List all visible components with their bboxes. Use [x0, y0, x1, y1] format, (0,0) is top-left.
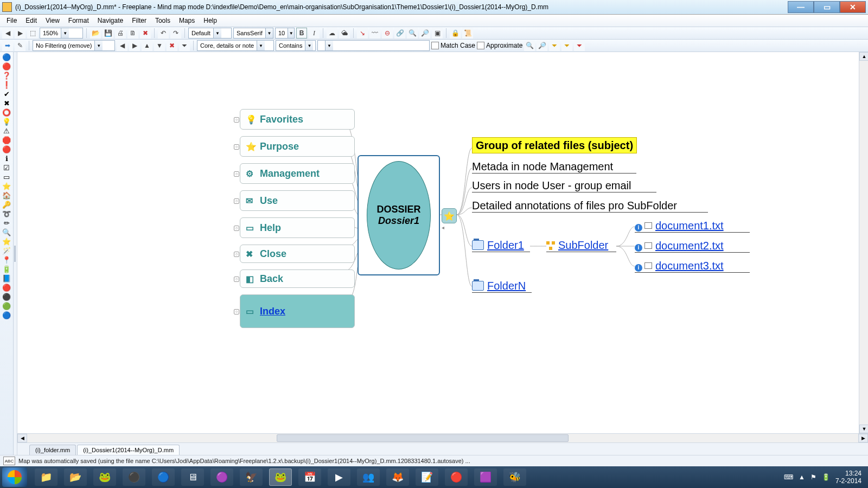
collapse-handle-icon[interactable]: ◂ — [442, 224, 444, 230]
toggle-handle-icon[interactable]: ○ — [234, 277, 239, 282]
bold-icon[interactable]: B — [296, 28, 307, 38]
toggle-handle-icon[interactable]: ○ — [234, 117, 239, 123]
taskbar-app-6[interactable]: 🟣 — [210, 468, 233, 486]
left-node-use[interactable]: ○✉Use — [240, 190, 355, 211]
sidebar-icon-26[interactable]: ⚫ — [2, 293, 11, 301]
link-icon[interactable]: 🔗 — [394, 28, 405, 38]
fit-page-icon[interactable]: ▣ — [432, 28, 443, 38]
tray-keyboard-icon[interactable]: ⌨ — [784, 473, 793, 481]
italic-icon[interactable]: I — [309, 28, 320, 38]
sidebar-icon-22[interactable]: 📍 — [2, 256, 11, 265]
menu-filter[interactable]: Filter — [127, 16, 151, 25]
sidebar-icon-23[interactable]: 🔋 — [2, 265, 11, 274]
font-size-combo[interactable]: 10▼ — [275, 28, 295, 38]
filter-funnel-icon[interactable]: ⏷ — [179, 40, 190, 51]
sidebar-icon-5[interactable]: ✖ — [2, 99, 11, 108]
node-foldern[interactable]: FolderN — [472, 280, 532, 293]
tab-folder[interactable]: (i)_folder.mm — [29, 445, 76, 455]
taskbar-app-8[interactable]: 🐸 — [269, 468, 292, 486]
node-subfolder[interactable]: SubFolder — [546, 239, 616, 252]
tab-dossier[interactable]: (i)_Dossier1(2014--MyOrg)_D.mm — [77, 445, 180, 455]
filter-mode-combo[interactable]: No Filtering (remove)▼ — [33, 40, 115, 51]
left-node-index[interactable]: ○▭Index — [240, 294, 355, 328]
new-map-icon[interactable]: 🗎 — [127, 28, 138, 38]
filter-down-icon[interactable]: ▼ — [154, 40, 165, 51]
find-prev-icon[interactable]: 🔍 — [524, 40, 535, 51]
node-folder1[interactable]: Folder1 — [472, 239, 530, 252]
document3-link[interactable]: document3.txt — [655, 260, 724, 272]
menu-tools[interactable]: Tools — [151, 16, 175, 25]
tray-chevron-up-icon[interactable]: ▲ — [799, 473, 805, 481]
taskbar-app-4[interactable]: 🔵 — [152, 468, 175, 486]
filter-scope-combo[interactable]: Core, details or note▼ — [197, 40, 274, 51]
taskbar-clock[interactable]: 13:24 7-2-2014 — [835, 470, 861, 485]
document1-link[interactable]: document1.txt — [655, 220, 724, 232]
maximize-button[interactable]: ▭ — [814, 1, 840, 13]
splitter[interactable] — [14, 52, 17, 455]
menu-edit[interactable]: Edit — [21, 16, 41, 25]
node-document1[interactable]: idocument1.txt — [635, 220, 750, 233]
paragraph-style-combo[interactable]: Default▼ — [188, 28, 232, 38]
sidebar-icon-2[interactable]: ❓ — [2, 72, 11, 80]
filter-apply-icon[interactable]: ➡ — [2, 40, 13, 51]
sidebar-icon-11[interactable]: ℹ — [2, 155, 11, 163]
sidebar-icon-6[interactable]: ⭕ — [2, 108, 11, 117]
sidebar-icon-21[interactable]: 🪄 — [2, 247, 11, 255]
menu-help[interactable]: Help — [199, 16, 221, 25]
font-family-combo[interactable]: SansSerif▼ — [233, 28, 273, 38]
zoom-in-icon[interactable]: 🔍 — [407, 28, 418, 38]
start-button[interactable] — [2, 467, 27, 487]
sidebar-icon-28[interactable]: 🔵 — [2, 311, 11, 320]
cloud-icon[interactable]: ☁ — [327, 28, 337, 38]
vertical-scrollbar[interactable]: ▲▼ — [859, 52, 868, 433]
filter-up-icon[interactable]: ▲ — [142, 40, 152, 51]
document2-link[interactable]: document2.txt — [655, 240, 724, 252]
menu-navigate[interactable]: Navigate — [93, 16, 127, 25]
tray-battery-icon[interactable]: 🔋 — [822, 473, 830, 481]
sidebar-icon-1[interactable]: 🔴 — [2, 62, 11, 71]
tray-flag-icon[interactable]: ⚑ — [810, 473, 816, 481]
menu-view[interactable]: View — [41, 16, 64, 25]
mindmap-canvas[interactable]: ○💡Favorites○⭐Purpose○⚙Management○✉Use○▭H… — [17, 52, 859, 433]
sidebar-icon-18[interactable]: ✏ — [2, 219, 11, 228]
approximate-checkbox[interactable]: Approximate — [477, 42, 522, 49]
sidebar-icon-17[interactable]: ➰ — [2, 210, 11, 219]
sidebar-icon-9[interactable]: 🛑 — [2, 136, 11, 145]
sidebar-icon-25[interactable]: 🔴 — [2, 284, 11, 292]
select-all-icon[interactable]: ⏷ — [549, 40, 560, 51]
left-node-help[interactable]: ○▭Help — [240, 217, 355, 238]
taskbar-app-3[interactable]: ⚫ — [123, 468, 145, 486]
deselect-icon[interactable]: ⏷ — [574, 40, 585, 51]
root-node[interactable]: DOSSIER Dossier1 — [358, 155, 440, 275]
sidebar-icon-0[interactable]: 🔵 — [2, 53, 11, 62]
spellcheck-icon[interactable]: ABC — [3, 457, 15, 465]
edge-style-icon[interactable]: ↘ — [357, 28, 368, 38]
sidebar-icon-8[interactable]: ⚠ — [2, 127, 11, 136]
taskbar-app-12[interactable]: 🦊 — [386, 468, 409, 486]
menu-format[interactable]: Format — [64, 16, 93, 25]
left-node-close[interactable]: ○✖Close — [240, 245, 355, 263]
nav-home-icon[interactable]: ⬚ — [27, 28, 38, 38]
undo-icon[interactable]: ↶ — [158, 28, 169, 38]
taskbar-app-1[interactable]: 📂 — [64, 468, 87, 486]
menu-maps[interactable]: Maps — [175, 16, 199, 25]
node-document3[interactable]: idocument3.txt — [635, 260, 750, 273]
sidebar-icon-10[interactable]: 🔴 — [2, 145, 11, 154]
sidebar-icon-15[interactable]: 🏠 — [2, 191, 11, 200]
star-node[interactable]: ⭐ — [442, 208, 457, 223]
left-node-favorites[interactable]: ○💡Favorites — [240, 109, 355, 130]
edge-width-icon[interactable]: 〰 — [369, 28, 380, 38]
close-map-icon[interactable]: ✖ — [140, 28, 151, 38]
nav-forward-icon[interactable]: ▶ — [15, 28, 25, 38]
menu-file[interactable]: File — [2, 16, 21, 25]
left-node-purpose[interactable]: ○⭐Purpose — [240, 136, 355, 157]
edge-link-icon[interactable]: ⊖ — [382, 28, 393, 38]
sidebar-icon-12[interactable]: ☑ — [2, 164, 11, 172]
zoom-combo[interactable]: 150%▼ — [40, 28, 83, 38]
sidebar-icon-27[interactable]: 🟢 — [2, 302, 11, 311]
sidebar-icon-20[interactable]: ⭐ — [2, 237, 11, 246]
system-tray[interactable]: ⌨ ▲ ⚑ 🔋 13:24 7-2-2014 — [784, 470, 866, 485]
toggle-handle-icon[interactable]: ○ — [234, 309, 239, 314]
taskbar-app-9[interactable]: 📅 — [298, 468, 321, 486]
taskbar-app-0[interactable]: 📁 — [35, 468, 58, 486]
